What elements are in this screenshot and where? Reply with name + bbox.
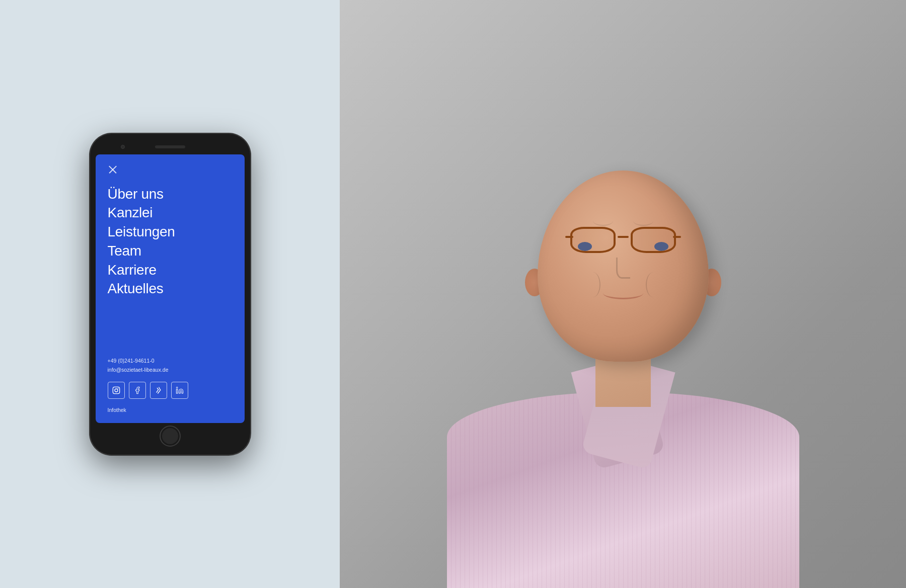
portrait-figure (397, 65, 850, 588)
linkedin-icon[interactable] (171, 382, 188, 399)
home-button[interactable] (160, 426, 181, 447)
phone-speaker (155, 145, 185, 148)
nav-list: Über uns Kanzlei Leistungen Team Karrier… (108, 185, 233, 348)
glasses-bridge (618, 236, 629, 238)
xing-icon[interactable] (150, 382, 167, 399)
close-icon[interactable] (108, 164, 118, 175)
portrait-mouth (603, 287, 643, 299)
glasses-left-frame (570, 227, 616, 253)
left-panel: Über uns Kanzlei Leistungen Team Karrier… (0, 0, 340, 588)
nav-item-karriere[interactable]: Karriere (108, 261, 233, 280)
portrait-wrinkle-2 (633, 216, 653, 226)
portrait-wrinkle-1 (593, 216, 613, 226)
contact-info: +49 (0)241-94611-0 info@sozietaet-libeau… (108, 357, 233, 375)
nav-item-ueber-uns[interactable]: Über uns (108, 185, 233, 204)
glasses-arm-right (673, 236, 681, 238)
svg-point-2 (117, 388, 118, 389)
infothek-link[interactable]: Infothek (108, 407, 233, 413)
phone-bottom (96, 423, 245, 449)
nav-item-kanzlei[interactable]: Kanzlei (108, 203, 233, 222)
svg-line-5 (159, 387, 160, 390)
svg-rect-0 (113, 387, 119, 393)
svg-line-3 (157, 389, 159, 392)
svg-point-8 (176, 387, 178, 388)
portrait-smile-right (646, 272, 661, 297)
svg-line-4 (157, 388, 158, 389)
nav-item-aktuelles[interactable]: Aktuelles (108, 279, 233, 298)
contact-email[interactable]: info@sozietaet-libeaux.de (108, 366, 233, 375)
portrait-nose (616, 258, 630, 279)
nav-item-team[interactable]: Team (108, 241, 233, 261)
glasses-right-frame (631, 227, 676, 253)
nav-item-leistungen[interactable]: Leistungen (108, 222, 233, 241)
right-panel (340, 0, 906, 588)
phone-camera (121, 145, 125, 149)
contact-phone: +49 (0)241-94611-0 (108, 357, 233, 366)
svg-line-6 (158, 390, 160, 393)
instagram-icon[interactable] (108, 382, 125, 399)
portrait-smile-left (585, 272, 600, 297)
social-row (108, 382, 233, 399)
svg-rect-7 (176, 389, 178, 393)
phone-top (96, 139, 245, 154)
facebook-icon[interactable] (129, 382, 146, 399)
svg-point-1 (115, 389, 118, 392)
phone-screen: Über uns Kanzlei Leistungen Team Karrier… (96, 154, 245, 423)
portrait-glasses (565, 227, 681, 257)
phone-mockup: Über uns Kanzlei Leistungen Team Karrier… (90, 133, 251, 455)
